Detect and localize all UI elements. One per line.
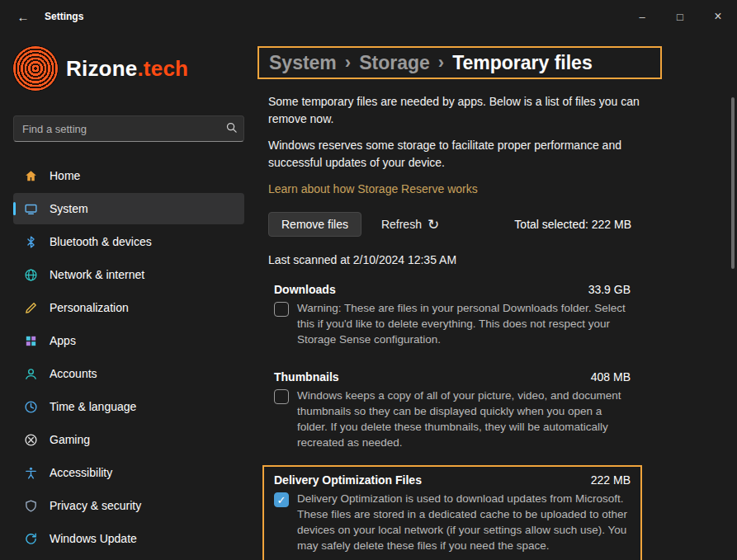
apps-grid-icon xyxy=(23,333,38,348)
bluetooth-icon xyxy=(23,234,38,249)
system-icon xyxy=(23,201,38,216)
file-title: Downloads xyxy=(274,283,336,296)
total-selected-label: Total selected: 222 MB xyxy=(514,218,631,231)
sidebar-item-label: Accessibility xyxy=(50,466,112,479)
search-icon xyxy=(225,121,238,134)
sidebar-item-apps[interactable]: Apps xyxy=(13,325,244,356)
accessibility-person-icon xyxy=(23,465,38,480)
sidebar-item-accessibility[interactable]: Accessibility xyxy=(13,457,244,488)
file-size: 33.9 GB xyxy=(588,283,631,296)
back-button[interactable]: ← xyxy=(7,3,40,30)
sidebar-item-label: Windows Update xyxy=(50,532,137,545)
main-content: System › Storage › Temporary files Some … xyxy=(257,33,737,560)
page-title: Temporary files xyxy=(452,52,593,74)
globe-icon xyxy=(23,267,38,282)
toolbar: Remove files Refresh ↻ Total selected: 2… xyxy=(268,212,631,237)
xbox-icon xyxy=(23,432,38,447)
sidebar-item-label: Time & language xyxy=(50,400,136,413)
file-title: Delivery Optimization Files xyxy=(274,473,422,487)
shield-icon xyxy=(23,498,38,513)
refresh-icon: ↻ xyxy=(428,216,439,233)
file-header: Thumbnails 408 MB xyxy=(274,370,631,384)
close-icon: × xyxy=(714,9,721,24)
sidebar-item-label: Home xyxy=(50,169,80,182)
file-header: Delivery Optimization Files 222 MB xyxy=(274,473,631,487)
thumbnails-checkbox[interactable] xyxy=(274,389,289,404)
file-header: Downloads 33.9 GB xyxy=(274,283,631,296)
intro-text-2: Windows reserves some storage to facilit… xyxy=(268,137,641,172)
breadcrumb-system[interactable]: System xyxy=(269,52,337,74)
selected-indicator xyxy=(13,202,16,215)
sidebar-item-label: Accounts xyxy=(50,367,97,380)
brush-icon xyxy=(23,300,38,315)
file-item-downloads: Downloads 33.9 GB Warning: These are fil… xyxy=(262,275,642,357)
sidebar-item-label: Network & internet xyxy=(50,268,144,281)
sidebar-item-windows-update[interactable]: Windows Update xyxy=(13,523,244,554)
brand-name-main: Rizone xyxy=(66,56,137,81)
update-arrows-icon xyxy=(23,531,38,546)
clock-icon xyxy=(23,399,38,414)
sidebar-item-label: System xyxy=(50,202,88,215)
minimize-icon: – xyxy=(639,11,645,23)
sidebar-nav: Home System Bluetooth & devices xyxy=(13,160,244,554)
breadcrumb-storage[interactable]: Storage xyxy=(359,52,430,74)
file-size: 408 MB xyxy=(591,370,631,384)
sidebar-item-label: Apps xyxy=(50,334,76,347)
sidebar-item-label: Bluetooth & devices xyxy=(50,235,152,248)
brand-logo: Rizone.tech xyxy=(13,46,244,91)
window-controls: – □ × xyxy=(623,0,737,33)
sidebar-item-gaming[interactable]: Gaming xyxy=(13,424,244,455)
sidebar-item-label: Privacy & security xyxy=(50,499,141,512)
file-body: Delivery Optimization is used to downloa… xyxy=(274,491,631,553)
minimize-button[interactable]: – xyxy=(623,0,661,33)
remove-files-button[interactable]: Remove files xyxy=(268,212,361,237)
brand-name: Rizone.tech xyxy=(66,56,188,82)
back-arrow-icon: ← xyxy=(17,10,30,24)
search-box xyxy=(13,115,244,142)
delivery-optimization-checkbox[interactable] xyxy=(274,492,289,507)
sidebar-item-label: Gaming xyxy=(50,433,90,446)
sidebar-item-personalization[interactable]: Personalization xyxy=(13,292,244,323)
file-description: Windows keeps a copy of all of your pict… xyxy=(297,388,631,450)
downloads-checkbox[interactable] xyxy=(274,302,289,317)
breadcrumb-separator-icon: › xyxy=(438,52,444,73)
sidebar-item-home[interactable]: Home xyxy=(13,160,244,191)
settings-window: ← Settings – □ × Rizone.tech xyxy=(0,0,737,560)
last-scanned-label: Last scanned at 2/10/2024 12:35 AM xyxy=(268,253,641,266)
sidebar-item-bluetooth-devices[interactable]: Bluetooth & devices xyxy=(13,226,244,257)
search-input[interactable] xyxy=(13,115,244,142)
brand-name-tld: .tech xyxy=(137,56,188,81)
rizone-logo-icon xyxy=(13,46,58,91)
file-body: Warning: These are files in your persona… xyxy=(274,300,631,347)
maximize-button[interactable]: □ xyxy=(661,0,699,33)
file-title: Thumbnails xyxy=(274,370,339,384)
home-icon xyxy=(23,168,38,183)
sidebar-item-time-language[interactable]: Time & language xyxy=(13,391,244,422)
intro-text-1: Some temporary files are needed by apps.… xyxy=(268,93,641,128)
storage-reserve-link[interactable]: Learn about how Storage Reserve works xyxy=(268,182,478,195)
titlebar: ← Settings – □ × xyxy=(0,0,737,33)
person-icon xyxy=(23,366,38,381)
file-size: 222 MB xyxy=(591,473,631,487)
breadcrumb: System › Storage › Temporary files xyxy=(257,46,662,79)
window-title: Settings xyxy=(45,11,83,22)
vertical-scrollbar[interactable] xyxy=(731,97,735,269)
breadcrumb-separator-icon: › xyxy=(345,52,351,73)
sidebar-item-accounts[interactable]: Accounts xyxy=(13,358,244,389)
close-button[interactable]: × xyxy=(699,0,737,33)
file-item-delivery-optimization: Delivery Optimization Files 222 MB Deliv… xyxy=(262,465,642,560)
sidebar-item-system[interactable]: System xyxy=(13,193,244,224)
sidebar: Rizone.tech Home xyxy=(0,33,257,560)
sidebar-item-label: Personalization xyxy=(50,301,129,314)
maximize-icon: □ xyxy=(677,11,683,23)
refresh-button[interactable]: Refresh ↻ xyxy=(381,216,439,233)
sidebar-item-privacy-security[interactable]: Privacy & security xyxy=(13,490,244,521)
file-description: Delivery Optimization is used to downloa… xyxy=(297,491,631,553)
refresh-label: Refresh xyxy=(381,218,422,231)
file-item-thumbnails: Thumbnails 408 MB Windows keeps a copy o… xyxy=(262,362,642,460)
temporary-files-list: Downloads 33.9 GB Warning: These are fil… xyxy=(262,275,737,560)
file-description: Warning: These are files in your persona… xyxy=(297,300,631,347)
sidebar-item-network-internet[interactable]: Network & internet xyxy=(13,259,244,290)
file-body: Windows keeps a copy of all of your pict… xyxy=(274,388,631,450)
